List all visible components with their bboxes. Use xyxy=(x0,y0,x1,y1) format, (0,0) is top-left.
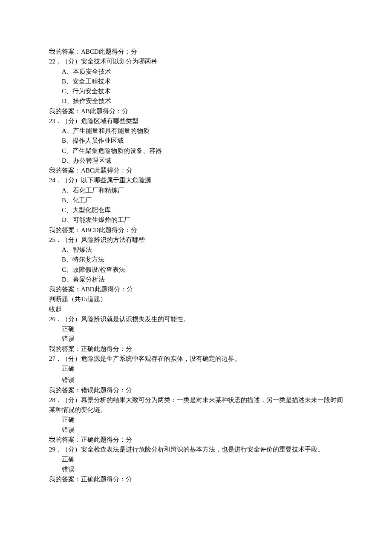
answer-value: ABCD xyxy=(81,227,99,233)
question-27: 27．（分）危险源是生产系统中客观存在的实体，没有确定的边界。 xyxy=(49,354,343,364)
question-28: 28．（分）幕景分析的结果大致可分为两类：一类是对未来某种状态的描述，另一类是描… xyxy=(49,395,343,415)
answer-value: ABC xyxy=(81,167,94,174)
q-num: 23 xyxy=(49,118,55,124)
answer-value: ABD xyxy=(81,286,95,293)
q-text: 风险辨识就是认识损失发生的可能性。 xyxy=(81,316,190,322)
answer-score: 此题得分：分 xyxy=(94,345,132,352)
q23-opt-c: C、产生聚集危险物质的设备、容器 xyxy=(49,146,343,156)
section-tf-header: 判断题（共15道题） xyxy=(49,294,343,304)
q-text: 幕景分析的结果大致可分为两类：一类是对未来某种状态的描述，另一类是描述未来一段时… xyxy=(49,397,343,413)
q24-opt-a: A、石化工厂和精炼厂 xyxy=(49,186,343,196)
question-22: 22．（分）安全技术可以划分为哪两种 xyxy=(49,57,343,66)
q-text: 危险区域有哪些类型 xyxy=(81,118,138,124)
answer-value: 正确 xyxy=(81,476,94,483)
answer-prefix: 我的答案： xyxy=(49,108,81,115)
answer-value: 正确 xyxy=(81,436,94,443)
q-num: 22 xyxy=(49,58,55,65)
answer-prefix: 我的答案： xyxy=(49,167,81,174)
q22-opt-b: B、安全工程技术 xyxy=(49,77,343,86)
q23-opt-b: B、操作人员作业区域 xyxy=(49,136,343,146)
q-meta: ．（分） xyxy=(55,316,81,322)
answer-line-lead: 我的答案：ABCD此题得分：分 xyxy=(49,47,343,57)
q-text: 安全检查表法是进行危险分析和辩识的基本方法，也是进行安全评价的重要技术手段。 xyxy=(81,446,324,453)
q25-opt-c: C、故障假设/检查表法 xyxy=(49,265,343,275)
q25-opt-a: A、智爆法 xyxy=(49,245,343,255)
q27-answer-line: 我的答案：错误此题得分：分 xyxy=(49,385,343,395)
answer-score: 此题得分：分 xyxy=(99,48,137,55)
q29-opt-correct: 正确 xyxy=(49,454,343,464)
exam-page: 我的答案：ABCD此题得分：分 22．（分）安全技术可以划分为哪两种 A、本质安… xyxy=(0,0,392,555)
q24-opt-c: C、大型化肥仓库 xyxy=(49,205,343,215)
answer-prefix: 我的答案： xyxy=(49,436,81,443)
q28-opt-wrong: 错误 xyxy=(49,425,343,435)
answer-prefix: 我的答案： xyxy=(49,48,81,55)
answer-score: 此题得分：分 xyxy=(99,227,137,233)
question-23: 23．（分）危险区域有哪些类型 xyxy=(49,116,343,126)
q22-answer-line: 我的答案：AB此题得分：分 xyxy=(49,106,343,116)
q23-opt-a: A、产生能量和具有能量的物质 xyxy=(49,126,343,136)
q23-opt-d: D、办公管理区域 xyxy=(49,156,343,166)
answer-prefix: 我的答案： xyxy=(49,476,81,483)
q29-opt-wrong: 错误 xyxy=(49,465,343,474)
q-meta: ．（分） xyxy=(55,177,81,184)
answer-prefix: 我的答案： xyxy=(49,286,81,293)
q-meta: ．（分） xyxy=(55,446,81,453)
q22-opt-a: A、本质安全技术 xyxy=(49,67,343,77)
q-meta: ．（分） xyxy=(55,397,81,403)
q25-opt-d: D、幕景分析法 xyxy=(49,275,343,285)
question-24: 24．（分）以下哪些属于重大危险源 xyxy=(49,175,343,185)
q-num: 26 xyxy=(49,316,55,322)
q26-opt-correct: 正确 xyxy=(49,324,343,334)
collapse-toggle[interactable]: 收起 xyxy=(49,305,343,314)
answer-score: 此题得分：分 xyxy=(90,108,128,115)
q25-opt-b: B、特尔斐方法 xyxy=(49,255,343,265)
q26-opt-wrong: 错误 xyxy=(49,334,343,344)
answer-score: 此题得分：分 xyxy=(94,167,133,174)
question-26: 26．（分）风险辨识就是认识损失发生的可能性。 xyxy=(49,314,343,324)
answer-value: AB xyxy=(81,108,90,115)
q-num: 27 xyxy=(49,355,55,362)
answer-value: 正确 xyxy=(81,345,94,352)
q26-answer-line: 我的答案：正确此题得分：分 xyxy=(49,344,343,354)
q28-answer-line: 我的答案：正确此题得分：分 xyxy=(49,435,343,445)
q-num: 28 xyxy=(49,397,55,403)
q-num: 25 xyxy=(49,236,55,243)
q25-answer-line: 我的答案：ABD此题得分：分 xyxy=(49,285,343,294)
q-text: 安全技术可以划分为哪两种 xyxy=(81,58,158,65)
q22-opt-c: C、行为安全技术 xyxy=(49,86,343,96)
answer-score: 此题得分：分 xyxy=(95,286,133,293)
answer-value: ABCD xyxy=(81,48,99,55)
q22-opt-d: D、操作安全技术 xyxy=(49,96,343,106)
q28-opt-correct: 正确 xyxy=(49,415,343,425)
question-29: 29．（分）安全检查表法是进行危险分析和辩识的基本方法，也是进行安全评价的重要技… xyxy=(49,445,343,454)
q-meta: ．（分） xyxy=(55,58,81,65)
answer-score: 此题得分：分 xyxy=(94,476,132,483)
q27-opt-wrong: 错误 xyxy=(49,375,343,385)
q-num: 29 xyxy=(49,446,55,453)
q-text: 危险源是生产系统中客观存在的实体，没有确定的边界。 xyxy=(81,355,241,362)
question-25: 25．（分）风险辨识的方法有哪些 xyxy=(49,235,343,245)
q-text: 以下哪些属于重大危险源 xyxy=(81,177,151,184)
q24-opt-b: B、化工厂 xyxy=(49,196,343,205)
answer-score: 此题得分：分 xyxy=(94,387,132,394)
q24-answer-line: 我的答案：ABCD此题得分：分 xyxy=(49,225,343,235)
answer-prefix: 我的答案： xyxy=(49,345,81,352)
answer-value: 错误 xyxy=(81,387,94,394)
q29-answer-line: 我的答案：正确此题得分：分 xyxy=(49,474,343,484)
q-meta: ．（分） xyxy=(55,118,81,124)
answer-prefix: 我的答案： xyxy=(49,227,81,233)
q24-opt-d: D、可能发生爆炸的工厂 xyxy=(49,215,343,225)
q-meta: ．（分） xyxy=(55,355,81,362)
q27-opt-correct: 正确 xyxy=(49,364,343,374)
q-meta: ．（分） xyxy=(55,236,81,243)
q23-answer-line: 我的答案：ABC此题得分：分 xyxy=(49,166,343,175)
answer-score: 此题得分：分 xyxy=(94,436,132,443)
q-text: 风险辨识的方法有哪些 xyxy=(81,236,145,243)
q-num: 24 xyxy=(49,177,55,184)
answer-prefix: 我的答案： xyxy=(49,387,81,394)
